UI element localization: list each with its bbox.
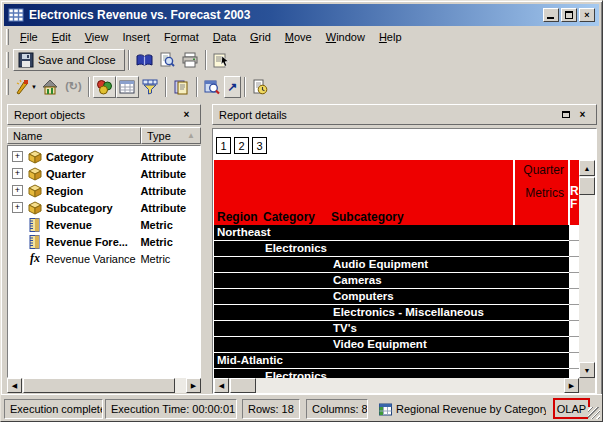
resize-grip[interactable] bbox=[588, 407, 600, 419]
title-bar[interactable]: Electronics Revenue vs. Forecast 2003 × bbox=[4, 4, 599, 26]
menu-view[interactable]: View bbox=[78, 29, 116, 45]
scroll-left-button[interactable]: ◀ bbox=[7, 378, 22, 393]
page-button-1[interactable]: 1 bbox=[216, 137, 231, 154]
insert-object-dropdown-button[interactable]: ▼ bbox=[13, 76, 39, 98]
report-object-row[interactable]: + Subcategory Attribute bbox=[8, 199, 200, 216]
close-button[interactable]: × bbox=[579, 8, 595, 22]
save-and-close-button[interactable]: Save and Close bbox=[13, 49, 125, 71]
properties-button[interactable] bbox=[210, 49, 233, 71]
expand-icon[interactable]: + bbox=[12, 151, 23, 162]
axis-label-region[interactable]: Region bbox=[217, 210, 258, 224]
page-button-2[interactable]: 2 bbox=[234, 137, 249, 154]
search-icon bbox=[204, 79, 220, 95]
toolbar-grip[interactable] bbox=[6, 52, 9, 68]
grid-row[interactable]: Northeast bbox=[214, 225, 579, 241]
report-objects-close-button[interactable]: × bbox=[179, 108, 194, 121]
expand-icon[interactable]: + bbox=[12, 185, 23, 196]
grid-row[interactable]: Electronics - Miscellaneous bbox=[214, 305, 579, 321]
report-objects-list: + Category Attribute + Quarter Attribute… bbox=[7, 145, 201, 378]
pivot-button[interactable]: ↗ bbox=[224, 76, 241, 98]
scroll-right-button[interactable]: ▶ bbox=[564, 378, 579, 393]
attribute-cube-icon bbox=[27, 183, 43, 199]
filter-icon bbox=[142, 79, 158, 95]
grid-row[interactable]: Electronics bbox=[214, 241, 579, 257]
grid-row[interactable]: Computers bbox=[214, 289, 579, 305]
report-object-row[interactable]: fx Revenue Variance Metric bbox=[8, 250, 200, 267]
design-view-button[interactable] bbox=[93, 76, 116, 98]
column-header-type[interactable]: Type ▲ bbox=[141, 127, 201, 144]
print-button[interactable] bbox=[179, 49, 202, 71]
axis-label-category[interactable]: Category bbox=[263, 210, 315, 224]
view-filter-button[interactable] bbox=[139, 76, 162, 98]
grid-view-button[interactable] bbox=[116, 76, 139, 98]
report-object-row[interactable]: + Quarter Attribute bbox=[8, 165, 200, 182]
grid-row[interactable]: Video Equipment bbox=[214, 337, 579, 353]
report-details-close-button[interactable]: × bbox=[575, 108, 590, 121]
scroll-down-button[interactable]: ▼ bbox=[579, 362, 595, 378]
grid-vscrollbar[interactable]: ▲ ▼ bbox=[579, 160, 595, 378]
re-execute-button[interactable]: (↻) bbox=[62, 76, 85, 98]
properties-icon bbox=[213, 52, 230, 68]
menu-format[interactable]: Format bbox=[157, 29, 206, 45]
menu-grid[interactable]: Grid bbox=[243, 29, 278, 45]
grid-hscrollbar[interactable]: ◀ ▶ bbox=[214, 378, 579, 393]
toolbar-separator bbox=[128, 50, 130, 70]
column-axis-metrics[interactable]: Metrics bbox=[515, 186, 568, 200]
menu-data[interactable]: Data bbox=[206, 29, 243, 45]
menubar-grip[interactable] bbox=[6, 29, 9, 45]
grid-rows: Northeast Electronics Audio Equipment Ca… bbox=[214, 225, 579, 378]
column-axis-quarter[interactable]: Quarter bbox=[515, 163, 568, 177]
report-object-row[interactable]: + Region Attribute bbox=[8, 182, 200, 199]
menu-help[interactable]: Help bbox=[372, 29, 409, 45]
page-by-button[interactable] bbox=[170, 76, 193, 98]
grid-column-axis-header[interactable]: Quarter Metrics bbox=[515, 160, 568, 225]
report-details-maximize-button[interactable] bbox=[558, 108, 573, 121]
attribute-cube-icon bbox=[27, 200, 43, 216]
application-window: Electronics Revenue vs. Forecast 2003 × … bbox=[0, 0, 603, 422]
scroll-thumb[interactable] bbox=[579, 177, 595, 195]
print-preview-button[interactable] bbox=[156, 49, 179, 71]
menu-move[interactable]: Move bbox=[278, 29, 319, 45]
grid-row[interactable]: Electronics bbox=[214, 369, 579, 378]
report-object-row[interactable]: Revenue Metric bbox=[8, 216, 200, 233]
menu-insert[interactable]: Insert bbox=[115, 29, 157, 45]
grid-row[interactable]: Cameras bbox=[214, 273, 579, 289]
menu-file[interactable]: File bbox=[13, 29, 45, 45]
report-objects-header[interactable]: Report objects × bbox=[7, 104, 201, 125]
scroll-right-button[interactable]: ▶ bbox=[186, 378, 201, 393]
menu-edit[interactable]: Edit bbox=[45, 29, 78, 45]
maximize-button[interactable] bbox=[561, 8, 577, 22]
grid-row[interactable]: Audio Equipment bbox=[214, 257, 579, 273]
menu-window[interactable]: Window bbox=[319, 29, 372, 45]
column-header-name[interactable]: Name bbox=[7, 127, 141, 144]
scroll-thumb[interactable] bbox=[23, 378, 175, 393]
page-button-3[interactable]: 3 bbox=[252, 137, 267, 154]
grid-row-axis-header[interactable]: Region Category Subcategory bbox=[214, 160, 513, 225]
toolbar-separator bbox=[196, 77, 198, 97]
scroll-left-button[interactable]: ◀ bbox=[214, 378, 229, 393]
status-columns: Columns: 8 bbox=[306, 399, 368, 419]
report-objects-hscrollbar[interactable]: ◀ ▶ bbox=[7, 378, 201, 393]
axis-label-subcategory[interactable]: Subcategory bbox=[331, 210, 404, 224]
scroll-up-button[interactable]: ▲ bbox=[579, 160, 595, 176]
find-button[interactable] bbox=[201, 76, 224, 98]
expand-icon[interactable]: + bbox=[12, 168, 23, 179]
schedule-button[interactable] bbox=[249, 76, 272, 98]
metric-ruler-icon bbox=[27, 234, 43, 250]
toolbar-grip[interactable] bbox=[6, 79, 9, 95]
toolbar-separator bbox=[88, 77, 90, 97]
grid-row[interactable]: Mid-Atlantic bbox=[214, 353, 579, 369]
minimize-button[interactable] bbox=[543, 8, 559, 22]
save-and-close-label: Save and Close bbox=[38, 54, 116, 66]
grid-row[interactable]: TV's bbox=[214, 321, 579, 337]
report-object-row[interactable]: + Category Attribute bbox=[8, 148, 200, 165]
scroll-thumb[interactable] bbox=[230, 378, 256, 393]
toolbar-separator bbox=[205, 50, 207, 70]
status-olap-mode: OLAP bbox=[553, 398, 590, 419]
expand-icon[interactable]: + bbox=[12, 202, 23, 213]
home-report-button[interactable] bbox=[39, 76, 62, 98]
contents-button[interactable] bbox=[133, 49, 156, 71]
report-details-header[interactable]: Report details × bbox=[212, 104, 597, 125]
sort-ascending-icon: ▲ bbox=[187, 131, 195, 140]
report-object-row[interactable]: Revenue Fore... Metric bbox=[8, 233, 200, 250]
